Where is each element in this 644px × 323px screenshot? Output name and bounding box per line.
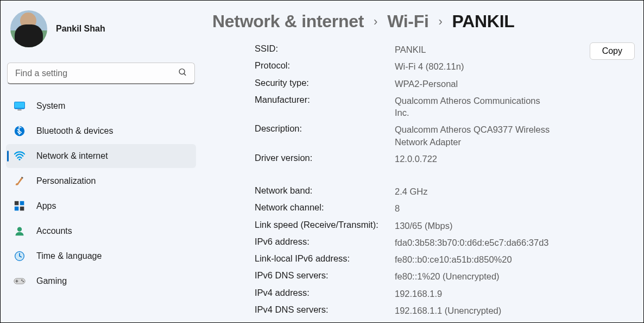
chevron-right-icon: › bbox=[374, 15, 377, 29]
prop-value: WPA2-Personal bbox=[395, 78, 636, 90]
content: Copy SSID: PANKIL Protocol: Wi-Fi 4 (802… bbox=[212, 44, 636, 316]
section-gap bbox=[255, 170, 636, 181]
sidebar-item-label: Apps bbox=[36, 201, 56, 211]
apps-icon bbox=[14, 200, 26, 212]
sidebar-item-apps[interactable]: Apps bbox=[6, 194, 196, 218]
person-icon bbox=[14, 225, 26, 237]
properties-grid: SSID: PANKIL Protocol: Wi-Fi 4 (802.11n)… bbox=[255, 44, 636, 316]
search-icon bbox=[178, 68, 187, 79]
prop-value: 12.0.0.722 bbox=[395, 153, 636, 165]
prop-value: Qualcomm Atheros QCA9377 Wireless Networ… bbox=[395, 123, 636, 148]
svg-rect-7 bbox=[15, 201, 18, 206]
svg-point-14 bbox=[21, 279, 23, 281]
prop-value: 2.4 GHz bbox=[395, 185, 636, 197]
wifi-icon bbox=[14, 150, 26, 162]
brush-icon bbox=[14, 175, 26, 187]
chevron-right-icon: › bbox=[439, 15, 443, 29]
prop-label: IPv6 DNS servers: bbox=[255, 270, 395, 282]
svg-point-15 bbox=[23, 281, 24, 283]
svg-point-6 bbox=[18, 159, 20, 160]
sidebar-item-gaming[interactable]: Gaming bbox=[6, 269, 196, 293]
profile-name: Pankil Shah bbox=[56, 24, 105, 34]
prop-label: IPv4 address: bbox=[255, 288, 395, 300]
prop-value: fda0:3b58:3b70:0:d6d:e5c7:da66:37d3 bbox=[395, 237, 636, 249]
prop-label: IPv4 DNS servers: bbox=[255, 305, 395, 316]
prop-value: 8 bbox=[395, 202, 636, 214]
sidebar-item-label: Time & language bbox=[36, 251, 102, 261]
bluetooth-icon bbox=[14, 125, 26, 137]
svg-line-1 bbox=[184, 73, 186, 76]
breadcrumb: Network & internet › Wi-Fi › PANKIL bbox=[212, 1, 636, 44]
system-icon bbox=[14, 100, 26, 112]
sidebar-item-bluetooth[interactable]: Bluetooth & devices bbox=[6, 119, 196, 143]
sidebar-item-label: Accounts bbox=[36, 226, 72, 236]
svg-rect-3 bbox=[15, 102, 24, 108]
svg-point-11 bbox=[17, 227, 22, 232]
search-input[interactable] bbox=[7, 63, 195, 84]
svg-rect-4 bbox=[17, 109, 21, 110]
prop-value: fe80::b0:ce10:a51b:d850%20 bbox=[395, 253, 636, 265]
svg-point-0 bbox=[179, 69, 185, 74]
prop-label: Driver version: bbox=[255, 153, 395, 165]
sidebar-item-network[interactable]: Network & internet bbox=[6, 144, 196, 168]
prop-value: 130/65 (Mbps) bbox=[395, 220, 636, 232]
sidebar-item-label: Gaming bbox=[36, 276, 67, 286]
sidebar-item-label: Bluetooth & devices bbox=[36, 126, 113, 136]
prop-value: fe80::1%20 (Unencrypted) bbox=[395, 270, 636, 282]
sidebar-item-label: Network & internet bbox=[36, 151, 108, 161]
prop-label: Link speed (Receive/Transmit): bbox=[255, 220, 395, 232]
prop-label: Manufacturer: bbox=[255, 95, 395, 119]
prop-value: 192.168.1.9 bbox=[395, 288, 636, 300]
breadcrumb-wifi[interactable]: Wi-Fi bbox=[387, 11, 428, 32]
prop-value: Qualcomm Atheros Communications Inc. bbox=[395, 95, 636, 119]
breadcrumb-network[interactable]: Network & internet bbox=[212, 11, 364, 32]
prop-label: Security type: bbox=[255, 78, 395, 90]
prop-label: Description: bbox=[255, 123, 395, 148]
prop-value: Wi-Fi 4 (802.11n) bbox=[395, 60, 636, 72]
svg-rect-10 bbox=[20, 207, 24, 211]
prop-label: Protocol: bbox=[255, 60, 395, 72]
copy-button[interactable]: Copy bbox=[590, 42, 635, 60]
main: Network & internet › Wi-Fi › PANKIL Copy… bbox=[201, 1, 643, 322]
clock-icon bbox=[14, 250, 26, 262]
sidebar: Pankil Shah System Bluetooth & devices bbox=[1, 1, 201, 322]
svg-rect-8 bbox=[20, 201, 24, 206]
sidebar-item-system[interactable]: System bbox=[6, 94, 196, 118]
prop-label: Link-local IPv6 address: bbox=[255, 253, 395, 265]
avatar bbox=[10, 10, 47, 47]
svg-rect-9 bbox=[15, 207, 18, 211]
prop-label: Network channel: bbox=[255, 202, 395, 214]
sidebar-item-label: Personalization bbox=[36, 176, 96, 186]
sidebar-item-personalization[interactable]: Personalization bbox=[6, 169, 196, 193]
prop-value: 192.168.1.1 (Unencrypted) bbox=[395, 305, 636, 316]
gamepad-icon bbox=[14, 275, 26, 287]
prop-label: SSID: bbox=[255, 44, 395, 55]
sidebar-item-time[interactable]: Time & language bbox=[6, 244, 196, 268]
sidebar-item-accounts[interactable]: Accounts bbox=[6, 219, 196, 243]
search-box bbox=[7, 63, 195, 84]
sidebar-item-label: System bbox=[36, 101, 65, 111]
nav: System Bluetooth & devices Network & int… bbox=[5, 94, 197, 293]
breadcrumb-current: PANKIL bbox=[452, 11, 515, 32]
prop-label: Network band: bbox=[255, 185, 395, 197]
prop-label: IPv6 address: bbox=[255, 237, 395, 249]
profile[interactable]: Pankil Shah bbox=[5, 6, 197, 57]
